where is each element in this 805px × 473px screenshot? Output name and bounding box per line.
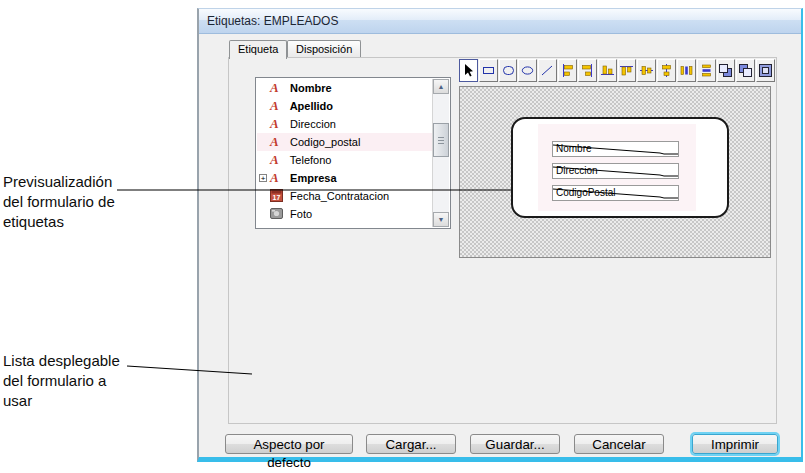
list-item[interactable]: Codigo_postal [257, 133, 433, 151]
rectangle-tool-icon[interactable] [479, 59, 498, 82]
align-left-icon[interactable] [558, 59, 577, 82]
field-icon [270, 152, 283, 168]
designer-toolbar [459, 59, 776, 82]
distribute-vertical-icon[interactable] [697, 59, 716, 82]
list-item[interactable]: Foto [257, 205, 433, 223]
list-item-label: Fecha_Contratacion [290, 190, 389, 202]
print-button[interactable]: Imprimir [692, 434, 778, 454]
annotation-dropdown: Lista desplegable del formulario a usar [3, 351, 203, 411]
list-item[interactable]: Telefono [257, 151, 433, 169]
scroll-down-icon[interactable] [433, 212, 449, 227]
tab-etiqueta[interactable]: Etiqueta [229, 40, 287, 59]
expand-plus-icon[interactable] [259, 174, 267, 182]
list-item[interactable]: 17 Fecha_Contratacion [257, 187, 433, 205]
list-item-label: Apellido [290, 100, 333, 112]
preview-field[interactable]: CodigoPostal [552, 185, 679, 201]
list-item-label: Codigo_postal [290, 136, 360, 148]
list-item-label: Nombre [290, 82, 332, 94]
save-button[interactable]: Guardar... [470, 434, 560, 454]
list-item[interactable]: Nombre [257, 79, 433, 97]
tab-label: Etiqueta [238, 43, 278, 55]
field-list[interactable]: Nombre Apellido Direccion Codigo_postal … [255, 77, 451, 229]
title-bar[interactable]: Etiquetas: EMPLEADOS [199, 9, 801, 34]
line-tool-icon[interactable] [538, 59, 557, 82]
page: Etiquetas: EMPLEADOS Etiqueta Disposició… [0, 0, 805, 473]
send-to-back-icon[interactable] [736, 59, 755, 82]
list-item-label: Foto [290, 208, 312, 220]
group-objects-icon[interactable] [756, 59, 775, 82]
picture-field-icon [270, 207, 283, 220]
field-icon [270, 170, 283, 186]
rounded-rectangle-tool-icon[interactable] [499, 59, 518, 82]
tab-disposicion[interactable]: Disposición [287, 40, 361, 58]
center-vertical-icon[interactable] [637, 59, 656, 82]
bring-to-front-icon[interactable] [717, 59, 736, 82]
field-icon [270, 80, 283, 96]
list-item-label: Empresa [290, 172, 336, 184]
scrollbar-thumb[interactable] [433, 123, 449, 157]
scroll-up-icon[interactable] [433, 79, 449, 94]
label-preview-area: Nombre Direccion CodigoPostal [459, 86, 771, 258]
list-item[interactable]: Empresa [257, 169, 433, 187]
svg-text:17: 17 [273, 194, 281, 201]
list-item-label: Direccion [290, 118, 336, 130]
field-icon [270, 134, 283, 150]
preview-field-label: Nombre [556, 143, 592, 154]
pointer-tool-icon[interactable] [459, 59, 478, 82]
preview-field[interactable]: Nombre [552, 141, 679, 157]
cancel-button[interactable]: Cancelar [574, 434, 664, 454]
preview-field-label: CodigoPostal [556, 187, 615, 198]
load-button[interactable]: Cargar... [366, 434, 456, 454]
preview-field-label: Direccion [556, 165, 598, 176]
align-top-icon[interactable] [618, 59, 637, 82]
align-right-icon[interactable] [578, 59, 597, 82]
list-scrollbar[interactable] [432, 79, 449, 227]
tab-label: Disposición [296, 43, 352, 55]
align-bottom-icon[interactable] [598, 59, 617, 82]
preview-field[interactable]: Direccion [552, 163, 679, 179]
distribute-horizontal-icon[interactable] [677, 59, 696, 82]
annotation-preview: Previsualizadión del formulario de etiqu… [3, 172, 203, 232]
window-title: Etiquetas: EMPLEADOS [207, 14, 338, 28]
default-aspect-button[interactable]: Aspecto por defecto [225, 434, 353, 454]
ellipse-tool-icon[interactable] [518, 59, 537, 82]
list-item[interactable]: Direccion [257, 115, 433, 133]
list-item-label: Telefono [290, 154, 332, 166]
field-icon [270, 116, 283, 132]
date-field-icon: 17 [270, 189, 283, 202]
field-icon [270, 98, 283, 114]
center-horizontal-icon[interactable] [657, 59, 676, 82]
list-item[interactable]: Apellido [257, 97, 433, 115]
